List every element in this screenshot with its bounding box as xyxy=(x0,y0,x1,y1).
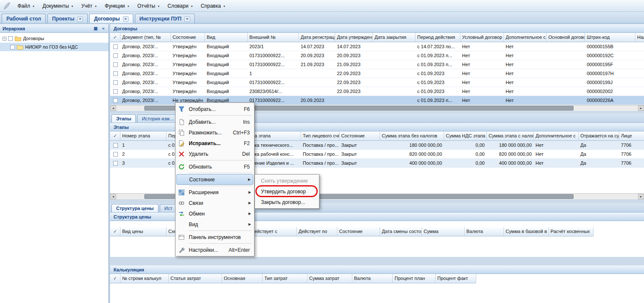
menu-item-exchange[interactable]: Обмен ▶ xyxy=(176,208,253,219)
menu-item-duplicate[interactable]: Размножить... Ctrl+F3 xyxy=(176,127,253,138)
column-header[interactable]: Валюта xyxy=(465,227,504,236)
row-checkbox[interactable] xyxy=(113,161,118,166)
table-row[interactable]: Договор, 2023/...УтверждёнВходящий230823… xyxy=(110,87,644,96)
row-checkbox[interactable] xyxy=(113,80,118,85)
row-checkbox[interactable] xyxy=(113,44,118,49)
column-header[interactable]: Вид xyxy=(205,33,248,42)
menu-item-state[interactable]: Состояние ▶ xyxy=(176,174,253,185)
column-header[interactable]: ✓ xyxy=(110,274,120,283)
column-header[interactable]: № строки калькул xyxy=(120,274,169,283)
menu-item-delete[interactable]: Удалить Del xyxy=(176,149,253,159)
tab-price-history[interactable]: Ист xyxy=(160,204,177,212)
table-row[interactable]: Договор, 2023/...УтверждёнВходящий017310… xyxy=(110,60,644,69)
column-header[interactable]: Сумма в базовой в xyxy=(504,227,549,236)
submenu-item-approve-contract[interactable]: Утвердить договор xyxy=(256,186,318,197)
column-header[interactable]: Дата смены состоя xyxy=(380,227,422,236)
menu-item-refresh[interactable]: Обновить F5 xyxy=(176,161,253,172)
menu-item-view[interactable]: Вид ▶ xyxy=(176,219,253,230)
row-checkbox[interactable] xyxy=(113,143,118,148)
column-header[interactable]: Процент факт xyxy=(436,274,476,283)
collapse-panel-icon[interactable]: « xyxy=(100,25,107,32)
column-header[interactable]: Сумма затрат xyxy=(307,274,352,283)
table-row[interactable]: Договор, 2023/...УтверждёнВходящий017310… xyxy=(110,78,644,87)
table-row[interactable]: Договор, 2023/...УтверждёнВходящий2023/1… xyxy=(110,42,644,51)
row-checkbox[interactable] xyxy=(113,89,118,94)
menu-item-edit[interactable]: Исправить... F2 xyxy=(176,138,253,149)
menu-item-add[interactable]: Добавить... Ins xyxy=(176,117,253,127)
column-header[interactable]: Дополнительное с xyxy=(504,33,547,42)
column-header[interactable]: Процент план xyxy=(393,274,436,283)
tab-contracts[interactable]: Договоры✕ xyxy=(89,14,133,23)
column-header[interactable]: Лице xyxy=(619,131,644,141)
column-header[interactable]: Дата закрытия xyxy=(373,33,416,42)
column-header[interactable]: Тип затрат xyxy=(263,274,307,283)
row-checkbox[interactable] xyxy=(113,53,118,58)
close-icon[interactable]: ✕ xyxy=(77,16,83,22)
grid-view-icon[interactable]: ▦ xyxy=(92,25,99,32)
collapse-node-icon[interactable]: − xyxy=(3,37,6,41)
column-header[interactable]: Тип лицевого счёт xyxy=(301,131,340,141)
scroll-right-icon[interactable]: ► xyxy=(638,105,644,111)
column-header[interactable]: Условный договор xyxy=(460,33,504,42)
tab-instructions[interactable]: Инструкции ПУП✕ xyxy=(135,14,195,23)
close-icon[interactable]: ✕ xyxy=(184,16,190,22)
column-header[interactable]: ✓ xyxy=(110,131,120,141)
table-row[interactable]: Договор, 2023/...УтверждёнВходящий017310… xyxy=(110,51,644,60)
column-header[interactable]: Основная xyxy=(222,274,263,283)
tree-item-contracts[interactable]: − Договоры xyxy=(0,34,108,43)
column-header[interactable]: Валюта xyxy=(352,274,393,283)
column-header[interactable]: Сумма этапа с налогами xyxy=(487,131,534,141)
scroll-left-icon[interactable]: ◄ xyxy=(110,194,116,199)
column-header[interactable]: Состояние xyxy=(171,33,205,42)
menu-dictionaries[interactable]: Словари▼ xyxy=(164,1,197,11)
column-header[interactable]: Отражается на су xyxy=(579,131,619,141)
column-header[interactable]: Внешний № xyxy=(248,33,299,42)
tab-desktop[interactable]: Рабочий стол xyxy=(2,14,46,23)
menu-accounting[interactable]: Учёт▼ xyxy=(77,1,101,11)
tab-price-structure[interactable]: Структура цены xyxy=(111,204,158,212)
column-header[interactable]: Сумма xyxy=(422,227,465,236)
menu-documents[interactable]: Документы▼ xyxy=(38,1,77,11)
scroll-left-icon[interactable]: ◄ xyxy=(110,105,116,111)
column-header[interactable]: Штрих-код xyxy=(585,33,635,42)
tree-checkbox[interactable] xyxy=(10,45,15,50)
close-icon[interactable]: ✕ xyxy=(123,16,129,22)
column-header[interactable]: Нало xyxy=(635,33,644,42)
column-header[interactable]: а этапа xyxy=(253,131,301,141)
column-header[interactable]: Статья затрат xyxy=(169,274,222,283)
menu-item-settings[interactable]: Настройки... Alt+Enter xyxy=(176,245,253,255)
column-header[interactable]: Вид цены xyxy=(120,227,167,236)
column-header[interactable]: Дата регистрации xyxy=(299,33,335,42)
menu-reports[interactable]: Отчёты▼ xyxy=(134,1,164,11)
column-header[interactable]: ✓ xyxy=(110,33,120,42)
scroll-right-icon[interactable]: ► xyxy=(638,194,644,199)
menu-item-links[interactable]: Связи ▶ xyxy=(176,198,253,208)
row-checkbox[interactable] xyxy=(113,71,118,76)
column-header[interactable]: Действует по xyxy=(297,227,337,236)
column-header[interactable]: Основной договор xyxy=(547,33,585,42)
column-header[interactable]: Сумма НДС этапа xyxy=(444,131,487,141)
column-header[interactable]: Документ (тип, № xyxy=(120,33,171,42)
row-checkbox[interactable] xyxy=(113,152,118,157)
column-header[interactable]: Период действия xyxy=(416,33,460,42)
submenu-item-close-contract[interactable]: Закрыть договор... xyxy=(256,197,318,207)
column-header[interactable]: Номер этапа xyxy=(120,131,167,141)
tree-checkbox[interactable] xyxy=(8,36,13,41)
column-header[interactable]: ✓ xyxy=(110,227,120,236)
column-header[interactable]: Дата утверждения xyxy=(335,33,373,42)
menu-help[interactable]: Справка▼ xyxy=(197,1,229,11)
tab-stages[interactable]: Этапы xyxy=(111,114,136,122)
column-header[interactable]: Дополнительное с xyxy=(534,131,579,141)
tab-projects[interactable]: Проекты✕ xyxy=(47,14,88,23)
row-checkbox[interactable] xyxy=(113,98,118,103)
menu-item-extensions[interactable]: Расширения ▶ xyxy=(176,187,253,198)
column-header[interactable]: ействует с xyxy=(253,227,297,236)
table-row[interactable]: Договор, 2023/...УтверждёнВходящий122.09… xyxy=(110,69,644,78)
menu-item-toolbar[interactable]: Панель инструментов xyxy=(176,232,253,242)
row-checkbox[interactable] xyxy=(113,62,118,67)
tab-change-history[interactable]: История изм... xyxy=(137,114,178,122)
menu-functions[interactable]: Функции▼ xyxy=(101,1,133,11)
column-header[interactable]: Расчёт косвенных xyxy=(549,227,594,236)
column-header[interactable]: Сумма этапа без налогов xyxy=(380,131,444,141)
column-header[interactable]: Состояние xyxy=(340,131,380,141)
